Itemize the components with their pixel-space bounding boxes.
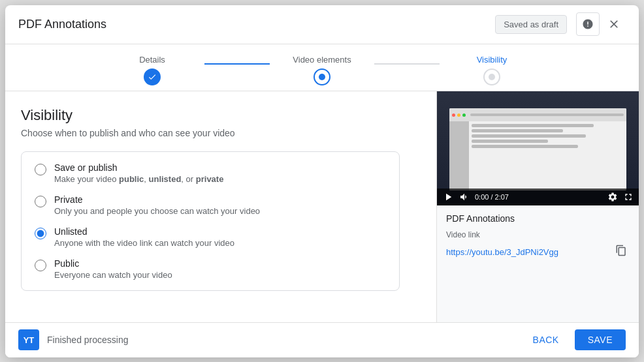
modal-title: PDF Annotations bbox=[18, 18, 495, 31]
video-panel: 0:00 / 2:07 PDF Annotations Video link h… bbox=[436, 91, 639, 322]
step-details-label: Details bbox=[139, 55, 165, 65]
copy-link-button[interactable] bbox=[613, 242, 630, 262]
video-link-row: https://youtu.be/3_JdPNi2Vgg bbox=[446, 242, 630, 262]
visibility-options: Save or publish Make your video public, … bbox=[21, 151, 400, 291]
save-publish-label: Save or publish bbox=[54, 162, 223, 173]
save-button[interactable]: SAVE bbox=[575, 329, 626, 350]
step-visibility-circle bbox=[483, 68, 500, 85]
video-info: PDF Annotations Video link https://youtu… bbox=[437, 205, 639, 270]
content-area: Visibility Choose when to publish and wh… bbox=[5, 91, 436, 322]
private-label: Private bbox=[54, 194, 260, 205]
video-link-label: Video link bbox=[446, 230, 630, 239]
alerts-button[interactable] bbox=[576, 12, 600, 36]
step-video-elements-label: Video elements bbox=[293, 55, 351, 65]
modal-header: PDF Annotations Saved as draft bbox=[5, 5, 639, 44]
step-visibility: Visibility bbox=[440, 55, 544, 85]
private-desc: Only you and people you choose can watch… bbox=[54, 206, 260, 216]
upload-modal: PDF Annotations Saved as draft Details V… bbox=[5, 5, 639, 357]
footer-status: Finished processing bbox=[47, 335, 523, 345]
section-subtitle: Choose when to publish and who can see y… bbox=[21, 128, 421, 138]
section-title: Visibility bbox=[21, 107, 421, 124]
video-link-url[interactable]: https://youtu.be/3_JdPNi2Vgg bbox=[446, 247, 607, 257]
option-private-text: Private Only you and people you choose c… bbox=[54, 194, 260, 216]
unlisted-label: Unlisted bbox=[54, 226, 234, 237]
stepper: Details Video elements Visibility bbox=[5, 44, 639, 91]
radio-private[interactable] bbox=[35, 196, 46, 207]
option-save-publish: Save or publish Make your video public, … bbox=[35, 162, 386, 184]
option-unlisted: Unlisted Anyone with the video link can … bbox=[35, 226, 386, 248]
back-button[interactable]: BACK bbox=[523, 329, 570, 350]
public-label: Public bbox=[54, 258, 172, 269]
fullscreen-button[interactable] bbox=[623, 192, 634, 202]
option-unlisted-text: Unlisted Anyone with the video link can … bbox=[54, 226, 234, 248]
option-private: Private Only you and people you choose c… bbox=[35, 194, 386, 216]
volume-button[interactable] bbox=[459, 192, 470, 202]
step-visibility-label: Visibility bbox=[477, 55, 507, 65]
time-display: 0:00 / 2:07 bbox=[475, 193, 602, 201]
save-publish-desc: Make your video public, unlisted, or pri… bbox=[54, 174, 223, 184]
connector-1 bbox=[204, 63, 270, 65]
option-save-publish-text: Save or publish Make your video public, … bbox=[54, 162, 223, 184]
step-video-elements: Video elements bbox=[270, 55, 374, 85]
radio-unlisted[interactable] bbox=[35, 228, 46, 239]
video-thumbnail: 0:00 / 2:07 bbox=[437, 91, 639, 205]
public-desc: Everyone can watch your video bbox=[54, 270, 172, 280]
step-details: Details bbox=[100, 55, 204, 85]
modal-footer: YT Finished processing BACK SAVE bbox=[5, 322, 639, 357]
play-button[interactable] bbox=[442, 191, 454, 203]
video-controls: 0:00 / 2:07 bbox=[437, 189, 639, 205]
step-video-elements-circle bbox=[314, 68, 330, 85]
close-button[interactable] bbox=[602, 12, 626, 36]
option-public-text: Public Everyone can watch your video bbox=[54, 258, 172, 280]
option-public: Public Everyone can watch your video bbox=[35, 258, 386, 280]
connector-2 bbox=[374, 63, 440, 65]
video-title: PDF Annotations bbox=[446, 213, 630, 224]
radio-save-publish[interactable] bbox=[35, 164, 46, 175]
unlisted-desc: Anyone with the video link can watch you… bbox=[54, 238, 234, 248]
saved-draft-badge: Saved as draft bbox=[495, 15, 567, 34]
step-details-circle bbox=[144, 68, 161, 85]
footer-logo: YT bbox=[18, 329, 39, 350]
radio-public[interactable] bbox=[35, 260, 46, 271]
settings-button[interactable] bbox=[607, 192, 618, 202]
modal-body: Visibility Choose when to publish and wh… bbox=[5, 91, 639, 322]
